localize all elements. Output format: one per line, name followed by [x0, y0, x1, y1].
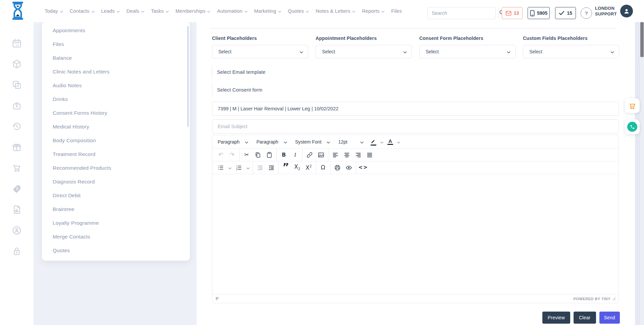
phone-floating-button[interactable] — [625, 119, 640, 134]
toolbar-print-button[interactable] — [332, 163, 343, 173]
nav-item-today[interactable]: Today — [45, 8, 63, 14]
toolbar-source-code-button[interactable]: <> — [358, 163, 369, 173]
toolbar-outdent-button[interactable] — [255, 163, 265, 173]
toolbar-numbered-list-menu-button[interactable] — [245, 163, 251, 173]
toolbar-align-justify-button[interactable] — [364, 150, 375, 160]
toolbar-text-color-button[interactable]: A — [385, 137, 395, 147]
menu-item-braintree[interactable]: Braintree — [42, 202, 190, 216]
rail-support-button[interactable] — [11, 225, 22, 235]
toolbar-superscript-button[interactable]: X2 — [303, 163, 314, 173]
rail-duplicate-button[interactable] — [11, 80, 22, 90]
toolbar-bullet-list-menu-button[interactable] — [227, 163, 233, 173]
rail-package-button[interactable] — [11, 59, 22, 69]
menu-item-merge-contacts[interactable]: Merge Contacts — [42, 230, 190, 243]
toolbar-blockquote-button[interactable]: ” — [280, 163, 291, 173]
toolbar-special-character-button[interactable]: Ω — [318, 163, 328, 173]
clear-button[interactable]: Clear — [574, 312, 596, 324]
toolbar-dropdown-system-font-2[interactable]: System Font — [292, 137, 334, 147]
toolbar-undo-button[interactable]: ↶ — [215, 150, 226, 160]
menu-item-consent-forms-history[interactable]: Consent Forms History — [42, 106, 190, 120]
editor-content-area[interactable] — [212, 174, 619, 294]
menu-item-clinic-notes-and-letters[interactable]: Clinic Notes and Letters — [42, 65, 190, 78]
toolbar-dropdown-12pt-3[interactable]: 12pt — [335, 137, 367, 147]
cart-floating-button[interactable] — [625, 98, 640, 113]
select-consent-form-placeholders[interactable]: Select — [419, 45, 516, 58]
page-scrollbar[interactable] — [640, 0, 644, 325]
menu-item-quotes[interactable]: Quotes — [42, 243, 190, 257]
select-appointment-placeholders[interactable]: Select — [316, 45, 412, 58]
toolbar-text-color-menu-button[interactable] — [395, 137, 401, 147]
toolbar-image-button[interactable] — [316, 150, 326, 160]
toolbar-paste-button[interactable] — [264, 150, 275, 160]
toolbar-redo-button[interactable]: ↷ — [227, 150, 237, 160]
rail-report-button[interactable] — [11, 205, 22, 215]
toolbar-dropdown-paragraph-0[interactable]: Paragraph — [214, 137, 252, 147]
menu-item-body-composition[interactable]: Body Composition — [42, 133, 190, 147]
nav-item-automation[interactable]: Automation — [217, 8, 247, 14]
toolbar-dropdown-paragraph-1[interactable]: Paragraph — [253, 137, 290, 147]
send-button[interactable]: Send — [599, 312, 620, 324]
select-custom-fields-placeholders[interactable]: Select — [523, 45, 619, 58]
rail-cart-button[interactable] — [11, 163, 22, 173]
menu-item-appointments[interactable]: Appointments — [42, 23, 190, 37]
menu-item-loyalty-programme[interactable]: Loyalty Programme — [42, 216, 190, 230]
toolbar-highlight-color-menu-button[interactable] — [379, 137, 385, 147]
nav-item-contacts[interactable]: Contacts — [70, 8, 95, 14]
nav-item-marketing[interactable]: Marketing — [254, 8, 281, 14]
menu-item-medical-history[interactable]: Medical History — [42, 120, 190, 133]
rail-history-button[interactable] — [11, 121, 22, 131]
nav-item-reports[interactable]: Reports — [362, 8, 384, 14]
resize-handle[interactable] — [612, 297, 616, 301]
toolbar-numbered-list-button[interactable]: 123 — [233, 163, 244, 173]
nav-item-leads[interactable]: Leads — [101, 8, 120, 14]
menu-item-diagnosis-record[interactable]: Diagnosis Record — [42, 175, 190, 188]
toolbar-subscript-button[interactable]: X2 — [292, 163, 303, 173]
select-email-template-link[interactable]: Select Email template — [212, 66, 619, 78]
toolbar-indent-button[interactable] — [266, 163, 277, 173]
menu-item-direct-debit[interactable]: Direct Debit — [42, 188, 190, 202]
rail-shopping-bag-button[interactable] — [11, 101, 22, 111]
nav-item-deals[interactable]: Deals — [126, 8, 144, 14]
nav-item-notes-letters[interactable]: Notes & Letters — [316, 8, 355, 14]
rail-lock-button[interactable] — [11, 246, 22, 256]
toolbar-bullet-list-button[interactable] — [215, 163, 226, 173]
page-scrollbar-thumb[interactable] — [640, 22, 644, 57]
toolbar-preview-button[interactable] — [343, 163, 354, 173]
toolbar-highlight-color-button[interactable] — [368, 137, 378, 147]
nav-item-tasks[interactable]: Tasks — [151, 8, 169, 14]
nav-item-files[interactable]: Files — [391, 8, 402, 14]
select-client-placeholders[interactable]: Select — [212, 45, 308, 58]
toolbar-align-left-button[interactable] — [330, 150, 341, 160]
toolbar-link-button[interactable] — [304, 150, 315, 160]
nav-item-quotes[interactable]: Quotes — [288, 8, 309, 14]
search-input[interactable] — [428, 7, 498, 19]
toolbar-bold-button[interactable]: B — [278, 150, 289, 160]
tasks-badge[interactable]: 15 — [555, 7, 576, 19]
app-logo[interactable] — [9, 2, 26, 21]
toolbar-copy-button[interactable] — [253, 150, 263, 160]
toolbar-cut-button[interactable]: ✂ — [241, 150, 252, 160]
preview-button[interactable]: Preview — [542, 312, 570, 324]
avatar[interactable] — [620, 5, 633, 17]
rail-price-tag-button[interactable]: $ — [11, 184, 22, 194]
menu-item-recommended-products[interactable]: Recommended Products — [42, 161, 190, 175]
menu-item-balance[interactable]: Balance — [42, 51, 190, 65]
menu-item-treatment-record[interactable]: Treatment Record — [42, 147, 190, 161]
toolbar-align-right-button[interactable] — [353, 150, 364, 160]
rail-gift-button[interactable] — [11, 142, 22, 152]
toolbar-align-center-button[interactable] — [341, 150, 352, 160]
messages-badge[interactable]: 13 — [502, 7, 523, 19]
rail-calendar-button[interactable]: 12 — [11, 38, 22, 48]
toolbar-italic-button[interactable]: I — [290, 150, 301, 160]
nav-item-memberships[interactable]: Memberships — [175, 8, 210, 14]
menu-item-audio-notes[interactable]: Audio Notes — [42, 78, 190, 92]
help-button[interactable]: ? — [581, 7, 592, 19]
side-menu-scrollbar-thumb[interactable] — [187, 26, 189, 127]
menu-item-files[interactable]: Files — [42, 37, 190, 51]
calls-badge[interactable]: 5905 — [528, 7, 550, 19]
reference-input[interactable] — [212, 102, 619, 116]
email-subject-input[interactable] — [212, 119, 619, 133]
select-consent-form-link[interactable]: Select Consent form — [212, 84, 619, 96]
menu-item-drinks[interactable]: Drinks — [42, 92, 190, 106]
chevron-down-icon — [507, 49, 511, 55]
